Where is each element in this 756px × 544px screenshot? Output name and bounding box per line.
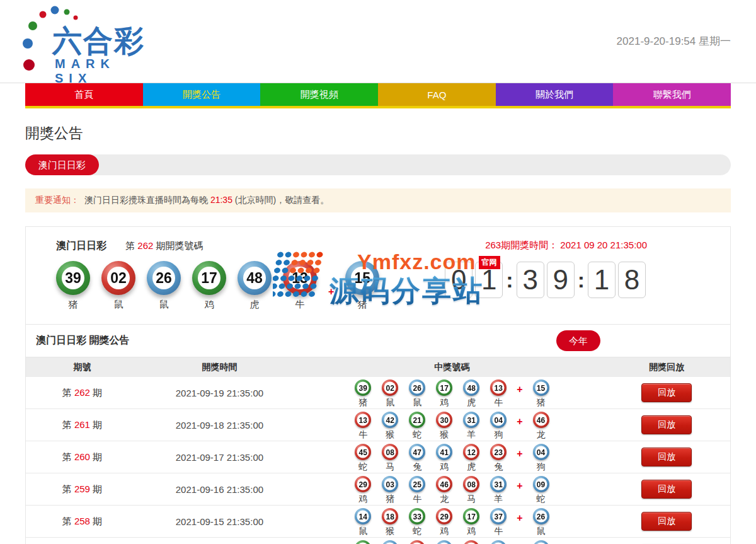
ball-zodiac: 马 bbox=[467, 494, 476, 505]
ball-zodiac: 鼠 bbox=[114, 299, 123, 311]
lottery-ball-blue: 47 bbox=[409, 444, 425, 460]
issue-prefix: 第 bbox=[125, 240, 135, 251]
issue-cell: 第 257 期 bbox=[26, 538, 139, 544]
ball-number: 42 bbox=[384, 414, 396, 426]
lottery-ball-red: 29 bbox=[436, 508, 452, 524]
ball-stack: 37牛 bbox=[490, 508, 507, 537]
ball-number: 41 bbox=[438, 446, 450, 458]
nav-item-2[interactable]: 開獎公告 bbox=[143, 83, 261, 106]
replay-button[interactable]: 回放 bbox=[641, 448, 692, 466]
table-row: 第 257 期2021 09 14 21:35:0033蛇47兔19羊09蛇01… bbox=[26, 538, 730, 544]
ball-zodiac: 牛 bbox=[295, 299, 305, 311]
ball-stack: 17鸡 bbox=[192, 261, 226, 311]
lottery-ball-blue: 48 bbox=[238, 261, 272, 295]
ball-zodiac: 猪 bbox=[358, 299, 367, 311]
plus-sign: + bbox=[517, 384, 522, 395]
ball-number: 33 bbox=[411, 511, 423, 523]
notice-text-after: (北京時間)，敬請查看。 bbox=[232, 195, 329, 205]
ball-number: 13 bbox=[289, 267, 311, 289]
draw-time-cell: 2021-09-15 21:35:00 bbox=[139, 506, 301, 538]
draw-time-cell: 2021-09-19 21:35:00 bbox=[139, 377, 301, 409]
ball-stack: 41鸡 bbox=[435, 444, 453, 473]
ball-number: 04 bbox=[535, 446, 547, 458]
ball-zodiac: 牛 bbox=[494, 397, 503, 408]
site-logo[interactable]: 六合彩 MARK SIX bbox=[22, 4, 161, 79]
site-header: 六合彩 MARK SIX 2021-9-20-19:54 星期一 bbox=[0, 0, 756, 83]
lottery-ball-green: 39 bbox=[56, 261, 90, 295]
issue-cell: 第 261 期 bbox=[26, 409, 139, 441]
ball-zodiac: 鼠 bbox=[358, 526, 367, 537]
countdown-digit: 8 bbox=[618, 262, 646, 298]
replay-cell: 回放 bbox=[604, 377, 730, 409]
ball-stack: 19羊 bbox=[408, 540, 426, 544]
lottery-ball-red: 02 bbox=[101, 261, 135, 295]
countdown-timer: 01:39:18 bbox=[444, 262, 647, 298]
nav-item-6[interactable]: 聯繫我們 bbox=[613, 83, 731, 106]
lottery-ball-blue: 47 bbox=[382, 540, 398, 544]
this-year-button[interactable]: 今年 bbox=[556, 330, 600, 351]
ball-stack: 17鸡 bbox=[462, 508, 480, 537]
lottery-ball-blue: 25 bbox=[409, 476, 425, 492]
lottery-ball-blue: 09 bbox=[436, 540, 452, 544]
issue-cell: 第 258 期 bbox=[26, 506, 139, 538]
ball-stack: 08马 bbox=[462, 476, 480, 505]
nav-item-5[interactable]: 關於我們 bbox=[496, 83, 614, 106]
ball-stack: 33蛇 bbox=[408, 508, 426, 537]
ball-stack: 39猪 bbox=[56, 261, 90, 311]
ball-stack: 15猪 bbox=[532, 379, 550, 408]
ball-stack: 01牛 bbox=[462, 540, 480, 544]
ball-number: 02 bbox=[107, 267, 130, 289]
ball-zodiac: 龙 bbox=[440, 494, 449, 505]
ball-stack: 13牛 bbox=[354, 412, 372, 441]
col-time: 開獎時間 bbox=[139, 357, 301, 377]
ball-number: 08 bbox=[466, 478, 478, 490]
lottery-ball-blue: 03 bbox=[382, 476, 398, 492]
ball-stack: 29鸡 bbox=[435, 508, 453, 537]
lottery-ball-blue: 48 bbox=[463, 379, 479, 396]
ball-stack: 14鼠 bbox=[354, 508, 372, 537]
ball-zodiac: 鸡 bbox=[440, 526, 449, 537]
ball-number: 46 bbox=[535, 414, 547, 426]
issue-cell: 第 259 期 bbox=[26, 473, 139, 506]
replay-button[interactable]: 回放 bbox=[641, 383, 692, 402]
lottery-ball-green: 17 bbox=[463, 508, 479, 524]
ball-zodiac: 羊 bbox=[467, 429, 476, 441]
ball-number: 29 bbox=[438, 511, 450, 523]
ball-stack: 23兔 bbox=[490, 444, 507, 473]
ball-stack: 15猪 bbox=[345, 261, 379, 311]
ball-stack: 04狗 bbox=[490, 412, 507, 441]
nav-item-1[interactable]: 首頁 bbox=[25, 83, 143, 106]
replay-button[interactable]: 回放 bbox=[641, 415, 692, 434]
ball-zodiac: 虎 bbox=[467, 461, 476, 473]
replay-button[interactable]: 回放 bbox=[641, 480, 692, 499]
ball-number: 23 bbox=[493, 446, 505, 458]
table-header-row: 期號 開獎時間 中獎號碼 開獎回放 bbox=[26, 357, 730, 377]
nav-item-3[interactable]: 開獎視頻 bbox=[260, 83, 378, 106]
lottery-ball-red: 13 bbox=[490, 379, 507, 396]
replay-button[interactable]: 回放 bbox=[641, 512, 692, 531]
ball-zodiac: 蛇 bbox=[358, 461, 367, 473]
replay-cell: 回放 bbox=[604, 441, 730, 473]
ball-zodiac: 虎 bbox=[467, 397, 476, 408]
replay-cell: 回放 bbox=[604, 506, 730, 538]
history-table: 期號 開獎時間 中獎號碼 開獎回放 第 262 期2021-09-19 21:3… bbox=[26, 357, 730, 544]
lottery-ball-green: 17 bbox=[436, 379, 452, 396]
lottery-ball-green: 33 bbox=[409, 508, 425, 524]
ball-number: 17 bbox=[438, 382, 450, 394]
lottery-ball-red: 29 bbox=[355, 476, 371, 492]
ball-stack: 31羊 bbox=[490, 476, 507, 505]
ball-number: 14 bbox=[357, 511, 369, 523]
ball-zodiac: 蛇 bbox=[413, 429, 421, 441]
ball-stack: 13牛 bbox=[490, 379, 507, 408]
nav-item-4[interactable]: FAQ bbox=[378, 83, 496, 106]
ball-zodiac: 鼠 bbox=[386, 397, 394, 408]
ball-stack: 39猪 bbox=[354, 379, 372, 408]
lottery-ball-blue: 31 bbox=[463, 412, 479, 428]
countdown-colon: : bbox=[504, 268, 515, 292]
ball-number: 47 bbox=[411, 446, 423, 458]
ball-zodiac: 猪 bbox=[386, 494, 394, 505]
category-badge[interactable]: 澳门日日彩 bbox=[25, 154, 99, 175]
draw-time-cell: 2021 09 14 21:35:00 bbox=[139, 538, 301, 544]
ball-zodiac: 猴 bbox=[386, 429, 394, 441]
lottery-ball-blue: 15 bbox=[345, 261, 379, 295]
